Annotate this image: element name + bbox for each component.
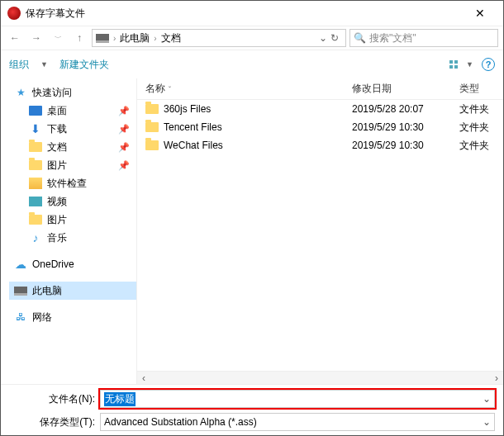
table-row[interactable]: 360js Files2019/5/28 20:07文件夹 [137,100,503,118]
horizontal-scrollbar[interactable]: ‹ › [137,371,503,384]
file-type: 文件夹 [459,139,503,153]
sort-arrow-icon: ˇ [169,85,171,93]
file-date: 2019/5/29 10:30 [352,121,459,133]
nav-bar: ← → ﹀ ↑ › 此电脑 › 文档 ⌄↻ 🔍 搜索"文档" [1,26,503,50]
file-name: WeChat Files [164,140,223,151]
video-icon [29,195,42,208]
scroll-left-icon[interactable]: ‹ [137,372,150,384]
sidebar-item-network[interactable]: 🖧网络 [9,308,136,326]
table-row[interactable]: Tencent Files2019/5/29 10:30文件夹 [137,118,503,136]
search-icon: 🔍 [354,32,366,44]
filetype-label: 保存类型(T): [9,415,100,429]
close-button[interactable]: ✕ [464,7,497,20]
toolbar: 组织 ▼ 新建文件夹 ▼ ? [1,50,503,78]
sidebar-item-swcheck[interactable]: 软件检查 [9,174,136,192]
footer: 文件名(N): 无标题 ⌄ 保存类型(T): Advanced Substati… [1,384,503,436]
folder-icon [29,177,42,190]
window-title: 保存字幕文件 [26,7,464,21]
filename-label: 文件名(N): [9,392,100,406]
folder-icon [29,159,42,172]
breadcrumb-pc[interactable]: 此电脑 [120,31,150,45]
sidebar-item-music[interactable]: ♪音乐 [9,229,136,247]
filename-value: 无标题 [104,392,136,406]
pin-icon: 📌 [118,142,136,153]
file-name: 360js Files [164,103,211,115]
folder-icon [29,140,42,154]
pc-icon [96,31,109,45]
filetype-select[interactable]: Advanced Substation Alpha (*.ass) ⌄ [100,413,495,431]
folder-icon [145,102,159,116]
new-folder-button[interactable]: 新建文件夹 [59,58,109,72]
breadcrumb-docs[interactable]: 文档 [161,31,181,45]
file-type: 文件夹 [459,102,503,116]
pin-icon: 📌 [118,106,136,116]
breadcrumb[interactable]: › 此电脑 › 文档 ⌄↻ [92,29,346,47]
chevron-right-icon: › [151,34,159,43]
search-placeholder: 搜索"文档" [369,31,416,45]
forward-button[interactable]: → [27,29,45,47]
chevron-down-icon[interactable]: ▼ [40,60,48,69]
sidebar-item-docs[interactable]: 文档📌 [9,138,136,156]
refresh-icon[interactable]: ↻ [330,32,339,44]
app-icon [7,7,21,20]
chevron-down-icon[interactable]: ⌄ [483,393,491,405]
file-name: Tencent Files [164,121,222,133]
view-options-icon[interactable] [449,60,458,69]
file-date: 2019/5/29 10:30 [352,140,459,151]
scroll-right-icon[interactable]: › [490,372,503,384]
network-icon: 🖧 [14,310,27,324]
cloud-icon: ☁ [14,258,27,271]
sidebar-item-thispc[interactable]: 此电脑 [9,282,136,300]
sidebar-item-desktop[interactable]: 桌面📌 [9,102,136,120]
music-icon: ♪ [29,231,42,244]
file-date: 2019/5/28 20:07 [352,103,459,115]
file-type: 文件夹 [459,121,503,135]
download-icon: ⬇ [29,122,42,135]
pin-icon: 📌 [118,124,136,135]
pin-icon: 📌 [118,160,136,171]
title-bar: 保存字幕文件 ✕ [1,1,503,26]
organize-menu[interactable]: 组织 [9,58,29,72]
chevron-down-icon[interactable]: ⌄ [319,32,327,44]
chevron-down-icon[interactable]: ▼ [466,60,473,69]
table-row[interactable]: WeChat Files2019/5/29 10:30文件夹 [137,136,503,154]
column-type[interactable]: 类型 [459,82,503,96]
search-input[interactable]: 🔍 搜索"文档" [349,29,498,47]
folder-icon [145,121,159,134]
chevron-down-icon[interactable]: ⌄ [483,416,491,428]
sidebar-item-onedrive[interactable]: ☁OneDrive [9,255,136,273]
star-icon: ★ [14,86,27,99]
column-name[interactable]: 名称ˇ [137,82,352,96]
filetype-value: Advanced Substation Alpha (*.ass) [104,416,257,428]
up-button[interactable]: ↑ [70,29,88,47]
folder-icon [145,139,159,152]
column-headers: 名称ˇ 修改日期 类型 [137,78,503,100]
sidebar-item-pictures[interactable]: 图片📌 [9,156,136,174]
filename-input[interactable]: 无标题 ⌄ [100,390,495,408]
pc-icon [14,284,27,297]
sidebar: ★快速访问 桌面📌 ⬇下载📌 文档📌 图片📌 软件检查 视频 图片 ♪音乐 ☁O… [1,78,137,384]
sidebar-item-downloads[interactable]: ⬇下载📌 [9,120,136,138]
file-list: 360js Files2019/5/28 20:07文件夹Tencent Fil… [137,100,503,371]
recent-dropdown[interactable]: ﹀ [49,29,67,47]
sidebar-item-quick[interactable]: ★快速访问 [9,83,136,102]
sidebar-item-video[interactable]: 视频 [9,192,136,211]
file-list-panel: 名称ˇ 修改日期 类型 360js Files2019/5/28 20:07文件… [137,78,503,384]
back-button[interactable]: ← [6,29,24,47]
sidebar-item-pictures2[interactable]: 图片 [9,211,136,229]
desktop-icon [29,104,42,117]
chevron-right-icon: › [111,34,118,43]
column-date[interactable]: 修改日期 [352,82,459,96]
folder-icon [29,213,42,226]
help-icon[interactable]: ? [482,58,495,71]
